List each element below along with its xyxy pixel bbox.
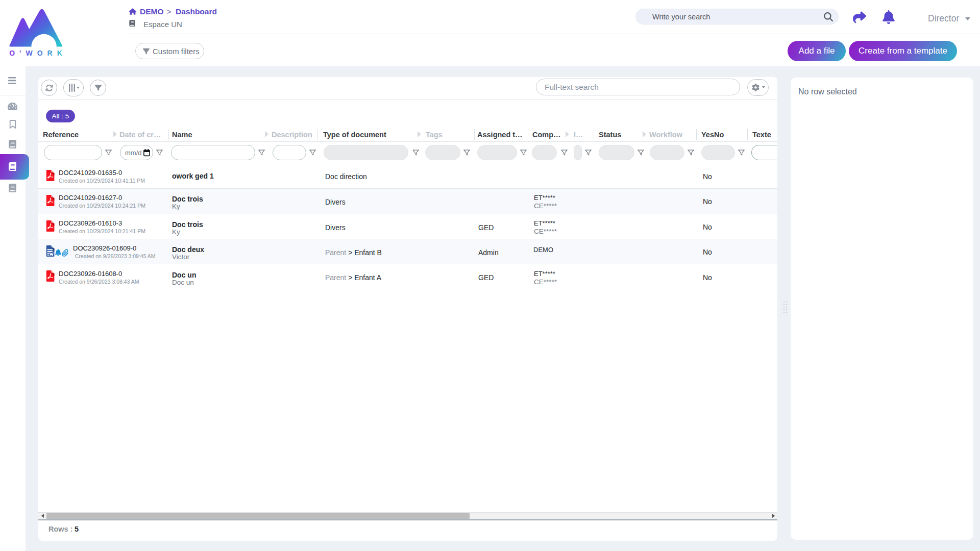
svg-text:O'WORK: O'WORK	[9, 49, 63, 57]
